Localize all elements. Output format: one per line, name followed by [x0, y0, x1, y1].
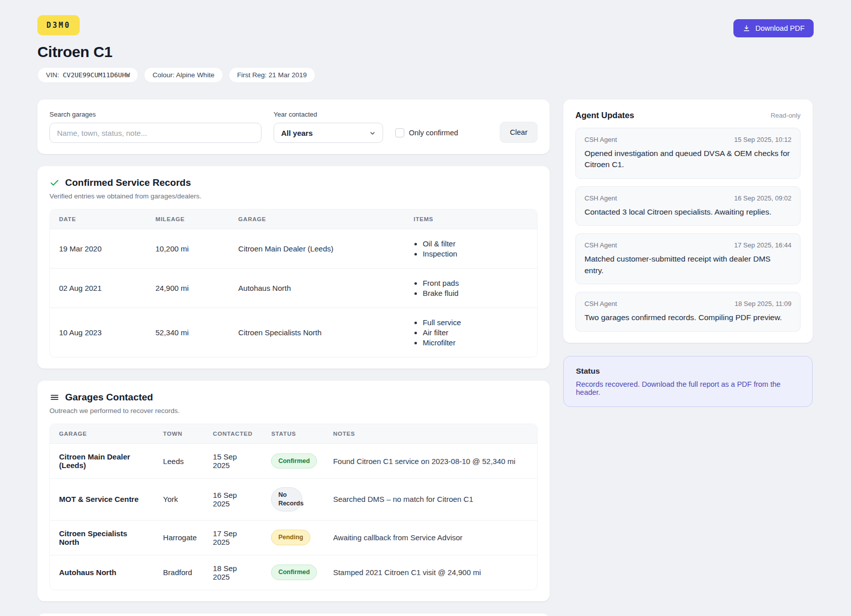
- check-icon: [49, 178, 60, 188]
- agent-name: CSH Agent: [584, 241, 617, 249]
- search-input[interactable]: [49, 123, 261, 143]
- garage-name: Citroen Specialists North: [50, 520, 155, 555]
- update-text: Matched customer-submitted receipt with …: [584, 253, 791, 276]
- download-icon: [742, 24, 751, 32]
- record-items: Front padsBrake fluid: [413, 279, 529, 297]
- service-record-row: 02 Aug 2021 24,900 mi Autohaus North Fro…: [50, 268, 537, 307]
- garage-town: York: [155, 478, 205, 520]
- colour-chip: Colour: Alpine White: [144, 67, 223, 83]
- record-items: Oil & filterInspection: [413, 239, 529, 258]
- record-mileage: 52,340 mi: [147, 307, 230, 357]
- agent-update-item: CSH Agent 16 Sep 2025, 09:02 Contacted 3…: [575, 186, 801, 226]
- garages-contacted-title-row: Garages Contacted: [49, 392, 538, 403]
- garage-notes: Stamped 2021 Citroen C1 visit @ 24,900 m…: [325, 555, 537, 590]
- col-garage: GARAGE: [50, 424, 155, 443]
- only-confirmed-label: Only confirmed: [409, 129, 458, 137]
- vin-chip: VIN: CV2UE99CUM11D6UHW: [37, 67, 138, 83]
- status-badge: No Records: [271, 487, 302, 511]
- garage-name: MOT & Service Centre: [50, 478, 155, 520]
- filters-card: Search garages Year contacted All years: [37, 99, 550, 154]
- garage-row: Citroen Specialists North Harrogate 17 S…: [50, 520, 537, 555]
- record-date: 02 Aug 2021: [50, 268, 147, 307]
- vin-value: CV2UE99CUM11D6UHW: [63, 71, 130, 79]
- garage-notes: Searched DMS – no match for Citroen C1: [325, 478, 537, 520]
- record-mileage: 10,200 mi: [147, 229, 230, 268]
- update-text: Contacted 3 local Citroen specialists. A…: [584, 207, 791, 218]
- agent-updates-card: Agent Updates Read-only CSH Agent 15 Sep…: [563, 99, 813, 343]
- record-garage: Autohaus North: [230, 268, 405, 307]
- first-reg-chip: First Reg: 21 Mar 2019: [229, 67, 315, 83]
- chevron-down-icon: [369, 130, 376, 137]
- download-pdf-button[interactable]: Download PDF: [733, 19, 814, 37]
- update-text: Two garages confirmed records. Compiling…: [584, 312, 791, 323]
- update-timestamp: 18 Sep 2025, 11:09: [734, 300, 791, 307]
- garage-contacted-date: 18 Sep 2025: [205, 555, 263, 590]
- agent-name: CSH Agent: [584, 300, 617, 307]
- page: D3M0 Citroen C1 VIN: CV2UE99CUM11D6UHW C…: [0, 0, 851, 616]
- colour-label: Colour: Alpine White: [152, 71, 214, 79]
- record-items: Full serviceAir filterMicrofilter: [413, 318, 529, 347]
- update-timestamp: 15 Sep 2025, 10:12: [734, 136, 792, 143]
- agent-name: CSH Agent: [584, 136, 617, 143]
- table-header-row: DATE MILEAGE GARAGE ITEMS: [50, 210, 537, 229]
- update-timestamp: 16 Sep 2025, 09:02: [734, 194, 792, 202]
- record-mileage: 24,900 mi: [147, 268, 230, 307]
- page-header: D3M0 Citroen C1 VIN: CV2UE99CUM11D6UHW C…: [37, 15, 814, 83]
- col-garage: GARAGE: [230, 210, 405, 229]
- status-card: Status Records recovered. Download the f…: [563, 356, 813, 407]
- status-badge: Confirmed: [271, 453, 317, 469]
- clear-button[interactable]: Clear: [500, 122, 538, 143]
- agent-update-item: CSH Agent 18 Sep 2025, 11:09 Two garages…: [575, 292, 801, 331]
- col-town: TOWN: [155, 424, 205, 443]
- garage-row: MOT & Service Centre York 16 Sep 2025 No…: [50, 478, 537, 520]
- service-record-row: 19 Mar 2020 10,200 mi Citroen Main Deale…: [50, 229, 537, 268]
- garage-town: Harrogate: [155, 520, 205, 555]
- agent-update-item: CSH Agent 17 Sep 2025, 16:44 Matched cus…: [575, 233, 801, 284]
- status-text: Records recovered. Download the full rep…: [576, 380, 800, 396]
- table-header-row: GARAGE TOWN CONTACTED STATUS NOTES: [50, 424, 537, 443]
- record-date: 10 Aug 2023: [50, 307, 147, 357]
- only-confirmed-checkbox[interactable]: [395, 128, 404, 137]
- readonly-label: Read-only: [771, 112, 801, 119]
- garage-contacted-date: 17 Sep 2025: [205, 520, 263, 555]
- first-reg-label: First Reg: 21 Mar 2019: [237, 71, 307, 79]
- header-left: D3M0 Citroen C1 VIN: CV2UE99CUM11D6UHW C…: [37, 15, 315, 83]
- update-text: Opened investigation and queued DVSA & O…: [584, 148, 791, 171]
- confirmed-records-subtitle: Verified entries we obtained from garage…: [49, 192, 538, 200]
- col-contacted: CONTACTED: [205, 424, 263, 443]
- download-pdf-label: Download PDF: [755, 24, 805, 32]
- garage-contacted-date: 15 Sep 2025: [205, 443, 263, 478]
- confirmed-records-card: Confirmed Service Records Verified entri…: [37, 166, 550, 369]
- garage-row: Citroen Main Dealer (Leeds) Leeds 15 Sep…: [50, 443, 537, 478]
- agent-updates-title: Agent Updates: [575, 111, 634, 120]
- page-title: Citroen C1: [37, 43, 315, 61]
- agent-name: CSH Agent: [584, 194, 617, 202]
- garage-notes: Awaiting callback from Service Advisor: [325, 520, 537, 555]
- menu-lines-icon: [49, 392, 60, 402]
- confirmed-records-table: DATE MILEAGE GARAGE ITEMS 19 Mar 2020 10…: [50, 210, 537, 357]
- garages-contacted-subtitle: Outreach we performed to recover records…: [49, 407, 538, 415]
- year-label: Year contacted: [274, 111, 383, 118]
- status-badge: Pending: [271, 530, 310, 545]
- agent-update-item: CSH Agent 15 Sep 2025, 10:12 Opened inve…: [575, 128, 801, 179]
- vehicle-chips: VIN: CV2UE99CUM11D6UHW Colour: Alpine Wh…: [37, 67, 315, 83]
- garage-notes: Found Citroen C1 service on 2023-08-10 @…: [325, 443, 537, 478]
- garages-contacted-table: GARAGE TOWN CONTACTED STATUS NOTES Citro…: [50, 424, 537, 590]
- col-items: ITEMS: [405, 210, 537, 229]
- update-timestamp: 17 Sep 2025, 16:44: [734, 241, 792, 249]
- garage-contacted-date: 16 Sep 2025: [205, 478, 263, 520]
- main-column: Search garages Year contacted All years: [37, 99, 550, 616]
- record-date: 19 Mar 2020: [50, 229, 147, 268]
- garage-row: Autohaus North Bradford 18 Sep 2025 Conf…: [50, 555, 537, 590]
- user-history-card: User Submitted History Entries provided …: [37, 613, 550, 616]
- record-garage: Citroen Specialists North: [230, 307, 405, 357]
- garages-contacted-title: Garages Contacted: [65, 392, 153, 403]
- garage-name: Citroen Main Dealer (Leeds): [50, 443, 155, 478]
- only-confirmed-group: Only confirmed: [395, 123, 458, 143]
- year-select[interactable]: All years: [274, 123, 383, 143]
- confirmed-records-title: Confirmed Service Records: [65, 177, 191, 188]
- col-notes: NOTES: [325, 424, 537, 443]
- sidebar: Agent Updates Read-only CSH Agent 15 Sep…: [563, 99, 813, 407]
- demo-badge: D3M0: [37, 15, 80, 35]
- year-select-value: All years: [281, 129, 313, 137]
